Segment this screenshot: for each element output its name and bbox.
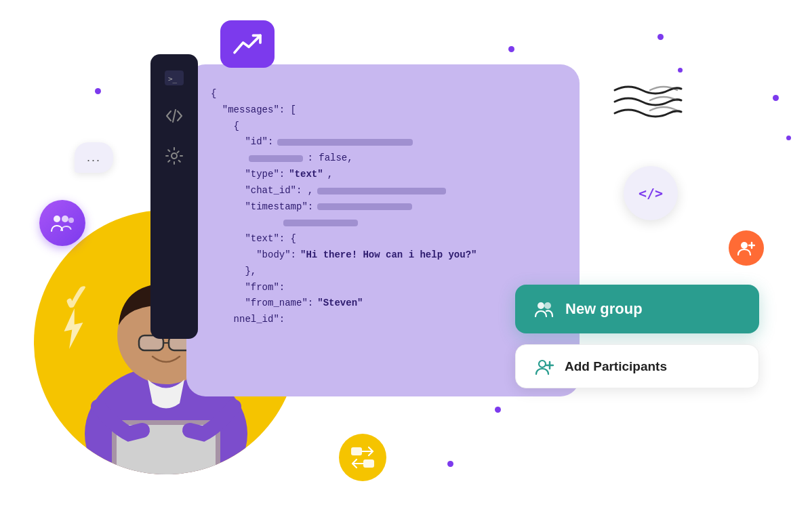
- new-group-button[interactable]: New group: [515, 285, 759, 333]
- dot-2: [508, 46, 514, 52]
- data-exchange-icon: [350, 446, 376, 469]
- svg-point-17: [62, 216, 68, 222]
- dot-5: [773, 95, 779, 101]
- people-icon: [534, 300, 554, 318]
- svg-rect-22: [351, 447, 362, 455]
- sidebar-code-icon[interactable]: [165, 108, 183, 127]
- dot-3: [657, 34, 664, 40]
- new-group-label: New group: [565, 300, 643, 318]
- group-people-icon: [50, 213, 75, 233]
- code-line-14: "from_name": "Steven": [211, 295, 555, 312]
- dot-8: [447, 461, 453, 467]
- code-line-3: {: [211, 119, 555, 135]
- code-line-11: "body": "Hi there! How can i help you?": [211, 247, 555, 264]
- add-participants-button[interactable]: Add Participants: [515, 344, 759, 388]
- wave-decoration: [608, 80, 683, 130]
- svg-point-5: [544, 302, 551, 309]
- dot-6: [786, 136, 791, 140]
- code-line-8: "timestamp":: [211, 199, 555, 216]
- svg-point-6: [539, 361, 546, 367]
- code-circle-button[interactable]: </>: [624, 166, 678, 220]
- sidebar-terminal-icon[interactable]: >_: [165, 70, 184, 88]
- chart-arrow-icon: [220, 20, 275, 68]
- code-line-6: "type": "text" ,: [211, 167, 555, 183]
- code-line-15: nnel_id":: [211, 312, 555, 328]
- code-circle-label: </>: [639, 185, 663, 201]
- person-add-icon: [535, 359, 554, 375]
- code-line-5: : false,: [211, 150, 555, 167]
- code-line-4: "id":: [211, 134, 555, 150]
- data-exchange-circle: [339, 434, 386, 481]
- svg-text:>_: >_: [168, 75, 178, 83]
- dot-4: [678, 68, 683, 73]
- svg-point-18: [68, 218, 74, 223]
- sidebar: >_: [150, 54, 198, 339]
- code-line-9: [211, 215, 555, 231]
- code-line-10: "text": {: [211, 231, 555, 247]
- add-user-orange-button[interactable]: [729, 230, 764, 266]
- trending-up-icon: [231, 31, 264, 57]
- dot-1: [95, 88, 101, 94]
- code-line-7: "chat_id": ,: [211, 183, 555, 199]
- group-icon-circle: [39, 200, 85, 246]
- code-line-2: "messages": [: [211, 102, 555, 119]
- sidebar-settings-icon[interactable]: [165, 147, 183, 168]
- code-line-12: },: [211, 264, 555, 280]
- svg-rect-23: [363, 459, 374, 468]
- code-line-1: {: [211, 86, 555, 102]
- chat-bubble: ...: [75, 142, 113, 173]
- svg-point-19: [741, 242, 748, 249]
- chat-dots: ...: [87, 150, 101, 164]
- svg-point-16: [54, 216, 60, 222]
- add-participants-label: Add Participants: [565, 359, 667, 374]
- code-line-13: "from":: [211, 280, 555, 296]
- scene: >_ { "messages": [ { "id":: [0, 0, 810, 532]
- svg-point-4: [538, 302, 544, 309]
- add-person-icon: [737, 241, 755, 255]
- svg-line-2: [173, 110, 176, 122]
- dot-7: [495, 407, 501, 413]
- svg-point-3: [171, 153, 177, 159]
